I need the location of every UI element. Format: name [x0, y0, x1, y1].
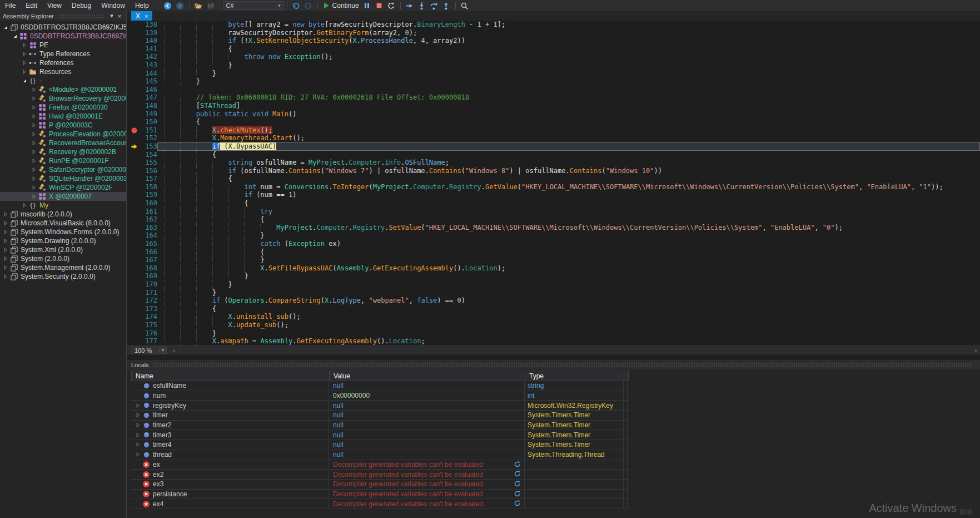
- menu-window[interactable]: Window: [96, 0, 130, 11]
- caret-collapsed-icon[interactable]: [31, 157, 38, 164]
- column-header-value[interactable]: Value: [330, 371, 525, 381]
- refresh-icon[interactable]: [514, 490, 521, 497]
- tree-item[interactable]: ProcessElevation @0200001C: [0, 130, 126, 139]
- breakpoint-margin[interactable]: [127, 321, 141, 329]
- tree-item[interactable]: Microsoft.VisualBasic (8.0.0.0): [0, 219, 126, 228]
- show-next-statement-button[interactable]: [404, 1, 416, 11]
- code-line[interactable]: 148[STAThread]: [127, 102, 980, 110]
- locals-row[interactable]: registryKeynullMicrosoft.Win32.RegistryK…: [131, 401, 629, 411]
- panel-close-icon[interactable]: ×: [116, 13, 123, 19]
- code-line-text[interactable]: {: [157, 175, 980, 183]
- code-line[interactable]: 165catch (Exception ex): [127, 240, 980, 248]
- code-line-text[interactable]: }: [157, 280, 980, 289]
- breakpoint-margin[interactable]: [127, 61, 141, 70]
- tab-x[interactable]: X ×: [131, 11, 152, 21]
- caret-expanded-icon[interactable]: [12, 33, 19, 40]
- code-line[interactable]: 159if (num == 1): [127, 191, 980, 199]
- code-line-text[interactable]: }: [157, 272, 980, 280]
- code-line-text[interactable]: [157, 86, 980, 94]
- breakpoint-margin[interactable]: [127, 86, 141, 94]
- code-line[interactable]: 154{: [127, 151, 980, 159]
- tree-item[interactable]: Hwid @0200001E: [0, 112, 126, 121]
- code-line[interactable]: 146: [127, 86, 980, 94]
- caret-collapsed-icon[interactable]: [2, 255, 9, 262]
- tree-item[interactable]: P @0200003C: [0, 121, 126, 130]
- code-line-text[interactable]: X.update_sub();: [157, 321, 980, 329]
- refresh-icon[interactable]: [514, 480, 521, 487]
- caret-collapsed-icon[interactable]: [21, 202, 28, 209]
- code-line-text[interactable]: }: [157, 231, 980, 240]
- code-editor[interactable]: 138byte[] array2 = new byte[rawSecurityD…: [127, 21, 980, 346]
- tree-item[interactable]: SQLiteHandler @02000038: [0, 174, 126, 183]
- code-line-text[interactable]: if (num == 1): [157, 191, 980, 199]
- break-all-button[interactable]: [361, 1, 373, 11]
- breakpoint-margin[interactable]: [127, 199, 141, 208]
- code-line[interactable]: 176}: [127, 329, 980, 338]
- code-line[interactable]: 145}: [127, 77, 980, 86]
- breakpoint-margin[interactable]: [127, 183, 141, 191]
- code-line-text[interactable]: if (!X.SetKernelObjectSecurity(X.Process…: [157, 37, 980, 45]
- caret-collapsed-icon[interactable]: [31, 175, 38, 182]
- locals-row[interactable]: timernullSystem.Timers.Timer: [131, 411, 629, 421]
- code-line[interactable]: 143}: [127, 61, 980, 70]
- code-line-text[interactable]: try: [157, 208, 980, 216]
- breakpoint-margin[interactable]: [127, 248, 141, 256]
- tree-item[interactable]: References: [0, 58, 126, 67]
- caret-collapsed-icon[interactable]: [31, 95, 38, 102]
- code-line-text[interactable]: MyProject.Computer.Registry.SetValue("HK…: [157, 224, 980, 232]
- locals-row[interactable]: num0x00000000int: [131, 391, 629, 401]
- continue-button[interactable]: Continue: [321, 1, 361, 11]
- current-statement-icon[interactable]: [127, 142, 141, 151]
- hscroll-right-icon[interactable]: ▸: [975, 347, 978, 353]
- code-line-text[interactable]: if (X.BypassUAC): [157, 142, 980, 151]
- code-line[interactable]: 153if (X.BypassUAC): [127, 142, 980, 151]
- caret-collapsed-icon[interactable]: [31, 122, 38, 129]
- caret-collapsed-icon[interactable]: [31, 131, 38, 137]
- breakpoint-margin[interactable]: [127, 297, 141, 305]
- caret-collapsed-icon[interactable]: [21, 42, 28, 48]
- tree-item[interactable]: System.Drawing (2.0.0.0): [0, 236, 126, 245]
- breakpoint-margin[interactable]: [127, 231, 141, 240]
- code-line[interactable]: 173{: [127, 305, 980, 313]
- breakpoint-margin[interactable]: [127, 77, 141, 86]
- caret-collapsed-icon[interactable]: [135, 441, 142, 448]
- code-line-text[interactable]: if (osfullName.Contains("Windows 7") | o…: [157, 167, 980, 175]
- code-line[interactable]: 139rawSecurityDescriptor.GetBinaryForm(a…: [127, 29, 980, 37]
- stop-debugging-button[interactable]: [373, 1, 385, 11]
- breakpoint-margin[interactable]: [127, 93, 141, 102]
- caret-collapsed-icon[interactable]: [2, 264, 9, 271]
- breakpoint-margin[interactable]: [127, 208, 141, 216]
- breakpoint-margin[interactable]: [127, 191, 141, 199]
- code-line-text[interactable]: throw new Exception();: [157, 53, 980, 61]
- menu-help[interactable]: Help: [130, 0, 154, 11]
- refresh-icon[interactable]: [514, 470, 521, 477]
- code-line[interactable]: 164}: [127, 231, 980, 240]
- tree-item[interactable]: Type References: [0, 50, 126, 58]
- undo-button[interactable]: [290, 1, 302, 11]
- tree-item[interactable]: {}My: [0, 201, 126, 210]
- locals-row[interactable]: ex2Decompiler generated variables can't …: [131, 470, 629, 480]
- tree-item[interactable]: X @02000007: [0, 192, 126, 201]
- caret-collapsed-icon[interactable]: [2, 238, 9, 244]
- breakpoint-margin[interactable]: [127, 313, 141, 321]
- locals-row[interactable]: timer3nullSystem.Timers.Timer: [131, 430, 629, 440]
- language-select-combo[interactable]: C#▾: [223, 1, 284, 10]
- menu-debug[interactable]: Debug: [67, 0, 96, 11]
- zoom-caret-icon[interactable]: ▾: [160, 347, 167, 354]
- code-line[interactable]: 150{: [127, 118, 980, 126]
- locals-row[interactable]: ex4Decompiler generated variables can't …: [131, 499, 629, 509]
- breakpoint-margin[interactable]: [127, 37, 141, 45]
- panel-menu-caret-icon[interactable]: ▾: [108, 12, 116, 19]
- code-line[interactable]: 168X.SetFileBypassUAC(Assembly.GetExecut…: [127, 264, 980, 273]
- code-line[interactable]: 163MyProject.Computer.Registry.SetValue(…: [127, 224, 980, 232]
- code-line-text[interactable]: byte[] array2 = new byte[rawSecurityDesc…: [157, 21, 980, 29]
- code-line[interactable]: 177X.asmpath = Assembly.GetExecutingAsse…: [127, 337, 980, 346]
- code-line-text[interactable]: }: [157, 61, 980, 70]
- code-line-text[interactable]: {: [157, 151, 980, 159]
- breakpoint-margin[interactable]: [127, 151, 141, 159]
- tree-item[interactable]: SafariDecryptor @0200002E: [0, 165, 126, 174]
- breakpoint-margin[interactable]: [127, 215, 141, 224]
- code-line-text[interactable]: X.uninstall_sub();: [157, 313, 980, 321]
- code-line-text[interactable]: catch (Exception ex): [157, 240, 980, 248]
- tree-item[interactable]: 0SDDBTFROSJTR3B8JCB69ZIKJ5PP0XWD: [0, 23, 126, 32]
